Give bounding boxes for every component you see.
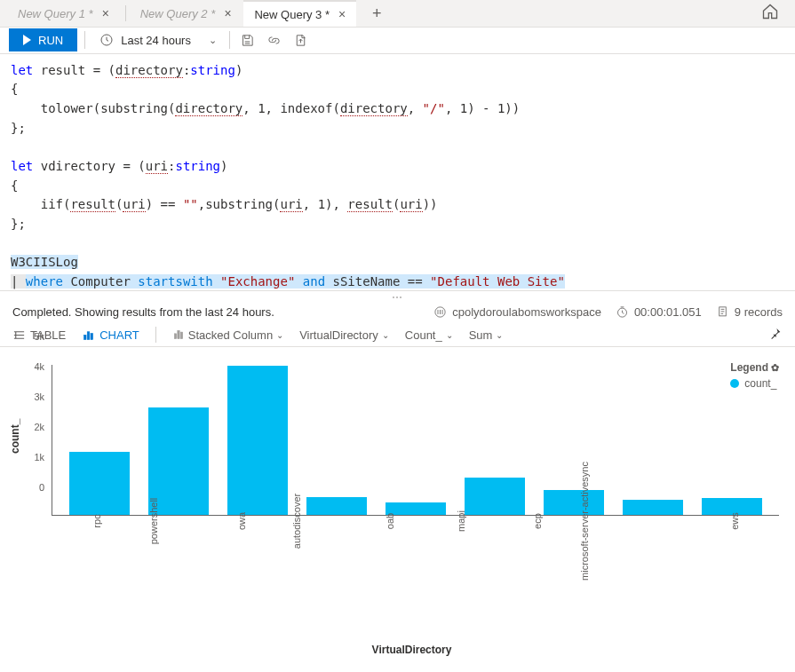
records-indicator: 9 records [716, 305, 783, 319]
tab-label: New Query 1 * [18, 7, 93, 20]
run-button[interactable]: RUN [9, 28, 77, 51]
chart-plot [52, 365, 779, 516]
tab-label: New Query 3 * [254, 8, 330, 21]
y-axis-ticks: 01k2k3k4k5k [21, 347, 48, 498]
divider [84, 31, 85, 49]
bar[interactable] [456, 365, 535, 515]
svg-rect-7 [174, 334, 176, 339]
svg-rect-5 [87, 332, 90, 340]
export-icon[interactable] [290, 29, 312, 51]
time-range-picker[interactable]: Last 24 hours [92, 28, 198, 51]
new-tab-button[interactable]: + [363, 0, 390, 27]
divider [229, 31, 230, 49]
toolbar: RUN Last 24 hours ⌄ [0, 28, 795, 54]
svg-rect-4 [84, 335, 87, 339]
home-icon[interactable] [752, 3, 788, 25]
x-axis-label: VirtualDirectory [44, 644, 779, 663]
bar[interactable] [60, 365, 139, 515]
duration-indicator: 00:00:01.051 [616, 305, 702, 319]
bar[interactable] [693, 365, 772, 515]
pin-icon[interactable] [768, 327, 783, 344]
svg-rect-8 [178, 331, 179, 339]
run-label: RUN [38, 34, 63, 47]
close-icon[interactable]: × [338, 7, 346, 21]
tab-label: New Query 2 * [140, 7, 216, 20]
view-switch-bar: TABLE CHART Stacked Column⌄ VirtualDirec… [0, 324, 795, 347]
chevron-down-icon[interactable]: ⌄ [203, 35, 222, 46]
workspace-indicator: cpolydoroulabomsworkspace [433, 305, 601, 319]
x-axis-dropdown[interactable]: VirtualDirectory⌄ [299, 328, 389, 342]
y-axis-dropdown[interactable]: Count_⌄ [405, 328, 453, 342]
tab-query-3[interactable]: New Query 3 * × [243, 0, 356, 27]
query-editor[interactable]: let result = (directory:string) { tolowe… [0, 54, 795, 292]
resize-handle[interactable]: ⋯ [0, 291, 795, 300]
tab-query-2[interactable]: New Query 2 * × [130, 0, 242, 27]
aggregation-dropdown[interactable]: Sum⌄ [469, 328, 504, 342]
tab-bar: New Query 1 * × New Query 2 * × New Quer… [0, 0, 795, 28]
bar[interactable] [139, 365, 218, 515]
play-icon [23, 35, 31, 45]
tab-separator [125, 5, 126, 21]
bar[interactable] [535, 365, 614, 515]
save-icon[interactable] [237, 29, 258, 51]
y-axis-label: count_ [9, 419, 21, 454]
bar[interactable] [218, 365, 297, 515]
tab-query-1[interactable]: New Query 1 * × [7, 0, 120, 27]
svg-rect-9 [180, 332, 182, 339]
bar[interactable] [614, 365, 693, 515]
copy-link-icon[interactable] [264, 29, 285, 51]
time-range-label: Last 24 hours [121, 34, 191, 47]
chart-view-button[interactable]: CHART [82, 328, 139, 342]
chart-type-dropdown[interactable]: Stacked Column⌄ [172, 328, 283, 342]
status-message: Completed. Showing results from the last… [12, 305, 274, 319]
bar[interactable] [297, 365, 376, 515]
chart-area: Legend✿ count_ count_ 01k2k3k4k5k rpcpow… [0, 347, 795, 672]
close-icon[interactable]: × [224, 6, 231, 20]
svg-rect-6 [91, 333, 93, 339]
bar[interactable] [376, 365, 455, 515]
close-icon[interactable]: × [102, 6, 109, 20]
status-bar: Completed. Showing results from the last… [0, 300, 795, 323]
x-axis-ticks: rpcpowershellowaautodiscoveroabmapiecpmi… [52, 519, 779, 644]
